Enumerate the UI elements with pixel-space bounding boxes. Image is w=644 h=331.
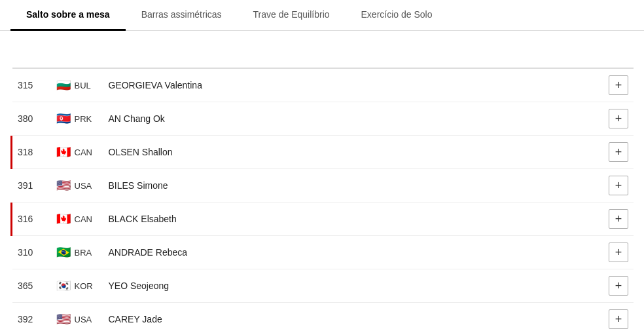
flag-icon: 🇨🇦 xyxy=(56,213,71,225)
add-score-button[interactable]: + xyxy=(609,209,628,229)
add-score-cell: + xyxy=(594,136,634,169)
athlete-name: BILES Simone xyxy=(103,169,540,203)
athlete-flag-country: 🇺🇸 USA xyxy=(51,303,103,332)
athlete-flag-country: 🇺🇸 USA xyxy=(51,169,103,203)
athlete-name: OLSEN Shallon xyxy=(103,136,540,169)
athlete-flag-country: 🇧🇬 BUL xyxy=(51,68,103,102)
table-row: 380 🇰🇵 PRK AN Chang Ok + xyxy=(12,102,634,136)
add-score-button[interactable]: + xyxy=(609,176,628,195)
tabs-container: Salto sobre a mesaBarras assimétricasTra… xyxy=(0,0,644,31)
main-content: 315 🇧🇬 BUL GEORGIEVA Valentina + 380 🇰🇵 … xyxy=(0,31,644,331)
col-flag xyxy=(51,57,103,68)
add-score-button[interactable]: + xyxy=(609,75,628,95)
athlete-flag-country: 🇨🇦 CAN xyxy=(51,136,103,169)
athlete-score xyxy=(539,136,594,169)
add-score-cell: + xyxy=(594,68,634,102)
athlete-name: BLACK Elsabeth xyxy=(103,203,540,236)
add-score-button[interactable]: + xyxy=(609,142,628,162)
flag-icon: 🇰🇵 xyxy=(56,113,71,125)
athlete-score xyxy=(539,169,594,203)
country-code: KOR xyxy=(75,281,93,291)
add-score-button[interactable]: + xyxy=(609,276,628,296)
add-score-button[interactable]: + xyxy=(609,243,628,262)
add-score-cell: + xyxy=(594,169,634,203)
athlete-name: CAREY Jade xyxy=(103,303,540,332)
athlete-score xyxy=(539,303,594,332)
athlete-score xyxy=(539,203,594,236)
athlete-peito: 392 xyxy=(12,303,51,332)
athlete-flag-country: 🇧🇷 BRA xyxy=(51,236,103,269)
add-score-cell: + xyxy=(594,303,634,332)
country-code: PRK xyxy=(75,114,92,124)
country-code: CAN xyxy=(75,147,92,157)
athlete-peito: 365 xyxy=(12,269,51,303)
athlete-peito: 391 xyxy=(12,169,51,203)
add-score-cell: + xyxy=(594,102,634,136)
athlete-score xyxy=(539,236,594,269)
flag-icon: 🇰🇷 xyxy=(56,280,71,292)
tab-bar: Salto sobre a mesaBarras assimétricasTra… xyxy=(0,0,644,31)
athlete-name: GEORGIEVA Valentina xyxy=(103,68,540,102)
athlete-score xyxy=(539,102,594,136)
tab-solo[interactable]: Exercício de Solo xyxy=(346,0,448,31)
athletes-table: 315 🇧🇬 BUL GEORGIEVA Valentina + 380 🇰🇵 … xyxy=(10,57,634,331)
country-code: USA xyxy=(75,181,92,191)
add-score-cell: + xyxy=(594,269,634,303)
tab-barras[interactable]: Barras assimétricas xyxy=(126,0,238,31)
athlete-peito: 310 xyxy=(12,236,51,269)
table-row: 391 🇺🇸 USA BILES Simone + xyxy=(12,169,634,203)
table-row: 392 🇺🇸 USA CAREY Jade + xyxy=(12,303,634,332)
athlete-peito: 380 xyxy=(12,102,51,136)
table-header-row xyxy=(12,57,634,68)
country-code: USA xyxy=(75,315,92,324)
flag-icon: 🇺🇸 xyxy=(56,313,71,325)
country-code: CAN xyxy=(75,214,92,224)
flag-icon: 🇺🇸 xyxy=(56,180,71,191)
athlete-peito: 315 xyxy=(12,68,51,102)
athlete-score xyxy=(539,68,594,102)
athlete-name: ANDRADE Rebeca xyxy=(103,236,540,269)
flag-icon: 🇧🇬 xyxy=(56,79,71,91)
col-nome xyxy=(103,57,540,68)
athlete-peito: 316 xyxy=(12,203,51,236)
add-score-cell: + xyxy=(594,236,634,269)
athlete-name: YEO Seojeong xyxy=(103,269,540,303)
add-score-button[interactable]: + xyxy=(609,109,628,128)
add-score-button[interactable]: + xyxy=(609,309,628,329)
flag-icon: 🇧🇷 xyxy=(56,246,71,258)
tab-salto[interactable]: Salto sobre a mesa xyxy=(10,0,126,31)
athlete-score xyxy=(539,269,594,303)
country-code: BRA xyxy=(75,248,92,258)
col-action xyxy=(594,57,634,68)
athlete-flag-country: 🇰🇵 PRK xyxy=(51,102,103,136)
col-pontuacao xyxy=(539,57,594,68)
tab-trave[interactable]: Trave de Equilíbrio xyxy=(238,0,346,31)
table-row: 318 🇨🇦 CAN OLSEN Shallon + xyxy=(12,136,634,169)
table-row: 310 🇧🇷 BRA ANDRADE Rebeca + xyxy=(12,236,634,269)
athlete-flag-country: 🇰🇷 KOR xyxy=(51,269,103,303)
flag-icon: 🇨🇦 xyxy=(56,146,71,158)
col-peito xyxy=(12,57,51,68)
athlete-peito: 318 xyxy=(12,136,51,169)
athlete-flag-country: 🇨🇦 CAN xyxy=(51,203,103,236)
athlete-name: AN Chang Ok xyxy=(103,102,540,136)
table-row: 365 🇰🇷 KOR YEO Seojeong + xyxy=(12,269,634,303)
add-score-cell: + xyxy=(594,203,634,236)
country-code: BUL xyxy=(75,81,91,90)
table-row: 316 🇨🇦 CAN BLACK Elsabeth + xyxy=(12,203,634,236)
table-row: 315 🇧🇬 BUL GEORGIEVA Valentina + xyxy=(12,68,634,102)
